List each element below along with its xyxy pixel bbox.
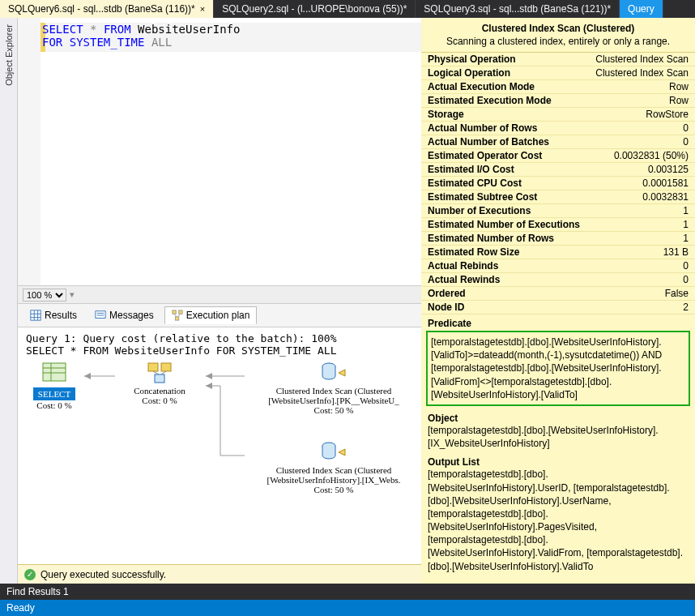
svg-rect-5	[96, 311, 105, 319]
tab-query-cut[interactable]: Query	[620, 0, 663, 18]
svg-rect-9	[178, 310, 181, 314]
object-label: Object	[421, 409, 695, 424]
svg-rect-0	[31, 310, 41, 320]
svg-line-21	[161, 371, 166, 374]
close-icon[interactable]: ×	[200, 4, 205, 14]
plan-node-select[interactable]: SELECT Cost: 0 %	[26, 361, 83, 410]
zoom-dropdown[interactable]: 100 %	[23, 289, 66, 302]
query-cost-header: Query 1: Query cost (relative to the bat…	[26, 332, 413, 344]
chevron-left-icon[interactable]: ▾	[70, 289, 75, 300]
tooltip-row: Logical OperationClustered Index Scan	[421, 66, 695, 80]
tooltip-row: Actual Execution ModeRow	[421, 80, 695, 94]
tooltip-title: Clustered Index Scan (Clustered)	[421, 18, 695, 36]
editor-gutter	[18, 18, 41, 285]
svg-marker-25	[339, 449, 345, 456]
sql-editor[interactable]: SELECT * FROM WebsiteUserInfo FOR SYSTEM…	[18, 18, 421, 285]
tooltip-subtitle: Scanning a clustered index, entirely or …	[421, 36, 695, 53]
index-scan-icon	[321, 361, 347, 384]
plan-node-concatenation[interactable]: Concatenation Cost: 0 %	[115, 361, 204, 405]
find-results-tab[interactable]: Find Results 1	[0, 584, 695, 600]
tooltip-row: Estimated Subtree Cost0.0032831	[421, 190, 695, 204]
tooltip-row: StorageRowStore	[421, 108, 695, 122]
tooltip-row: Estimated Row Size131 B	[421, 246, 695, 259]
tooltip-row: Estimated I/O Cost0.003125	[421, 163, 695, 177]
grid-icon	[30, 310, 41, 321]
svg-rect-8	[173, 310, 176, 314]
svg-marker-29	[206, 373, 212, 379]
index-scan-icon	[321, 441, 347, 464]
predicate-label: Predicate	[421, 314, 695, 329]
predicate-value: [temporalstagetestdb].[dbo].[WebsiteUser…	[426, 331, 690, 406]
svg-line-12	[178, 314, 181, 317]
tooltip-row: Estimated Number of Rows1	[421, 232, 695, 246]
tooltip-row: Actual Number of Rows0	[421, 122, 695, 135]
document-tabs: SQLQuery6.sql - sql...stdb (BaneSa (116)…	[0, 0, 695, 18]
tooltip-row: Actual Number of Batches0	[421, 135, 695, 149]
svg-rect-10	[175, 317, 178, 320]
execution-plan-pane[interactable]: Query 1: Query cost (relative to the bat…	[18, 327, 421, 564]
svg-line-11	[173, 314, 177, 317]
tooltip-row: Estimated Number of Executions1	[421, 218, 695, 232]
tooltip-row: Actual Rebinds0	[421, 259, 695, 273]
svg-line-20	[153, 371, 159, 374]
svg-marker-30	[206, 383, 212, 389]
tooltip-row: Number of Executions1	[421, 204, 695, 218]
tab-results[interactable]: Results	[23, 306, 84, 324]
status-bar: ✓ Query executed successfully.	[18, 564, 421, 584]
tooltip-row: Estimated Operator Cost0.0032831 (50%)	[421, 149, 695, 163]
tab-messages[interactable]: Messages	[87, 306, 161, 324]
messages-icon	[95, 310, 106, 321]
svg-rect-18	[161, 363, 171, 371]
svg-marker-27	[84, 373, 91, 379]
tab-query6[interactable]: SQLQuery6.sql - sql...stdb (BaneSa (116)…	[0, 0, 214, 18]
operator-tooltip: Clustered Index Scan (Clustered) Scannin…	[421, 18, 695, 584]
object-value: [temporalstagetestdb].[dbo].[WebsiteUser…	[421, 424, 695, 453]
tooltip-row: Actual Rewinds0	[421, 273, 695, 287]
plan-icon	[172, 310, 183, 321]
tooltip-row: Estimated CPU Cost0.0001581	[421, 177, 695, 190]
output-list-label: Output List	[421, 453, 695, 468]
svg-rect-13	[43, 363, 66, 381]
success-icon: ✓	[24, 569, 36, 580]
svg-rect-17	[148, 363, 158, 371]
tab-query3[interactable]: SQLQuery3.sql - sql...stdb (BaneSa (121)…	[416, 0, 620, 18]
plan-node-scan-primary[interactable]: Clustered Index Scan (Clustered [Website…	[245, 361, 421, 415]
plan-node-scan-history[interactable]: Clustered Index Scan (Clustered [Website…	[245, 441, 421, 494]
tooltip-row: OrderedFalse	[421, 287, 695, 301]
svg-marker-23	[339, 370, 345, 376]
tooltip-row: Physical OperationClustered Index Scan	[421, 53, 695, 66]
zoom-bar: 100 % ▾	[18, 285, 421, 303]
select-icon	[41, 361, 67, 384]
ready-status: Ready	[0, 600, 695, 616]
query-sql-header: SELECT * FROM WebsiteUserInfo FOR SYSTEM…	[26, 344, 413, 357]
tooltip-row: Estimated Execution ModeRow	[421, 94, 695, 108]
tab-execution-plan[interactable]: Execution plan	[164, 306, 258, 324]
svg-rect-19	[155, 374, 164, 383]
tooltip-row: Node ID2	[421, 301, 695, 314]
output-list-value: [temporalstagetestdb].[dbo].[WebsiteUser…	[421, 468, 695, 576]
results-tabstrip: Results Messages Execution plan	[18, 303, 421, 327]
object-explorer-tab[interactable]: Object Explorer	[0, 18, 18, 584]
concatenation-icon	[147, 361, 173, 384]
tab-query2[interactable]: SQLQuery2.sql - (l...UROPE\bonova (55))*	[214, 0, 416, 18]
